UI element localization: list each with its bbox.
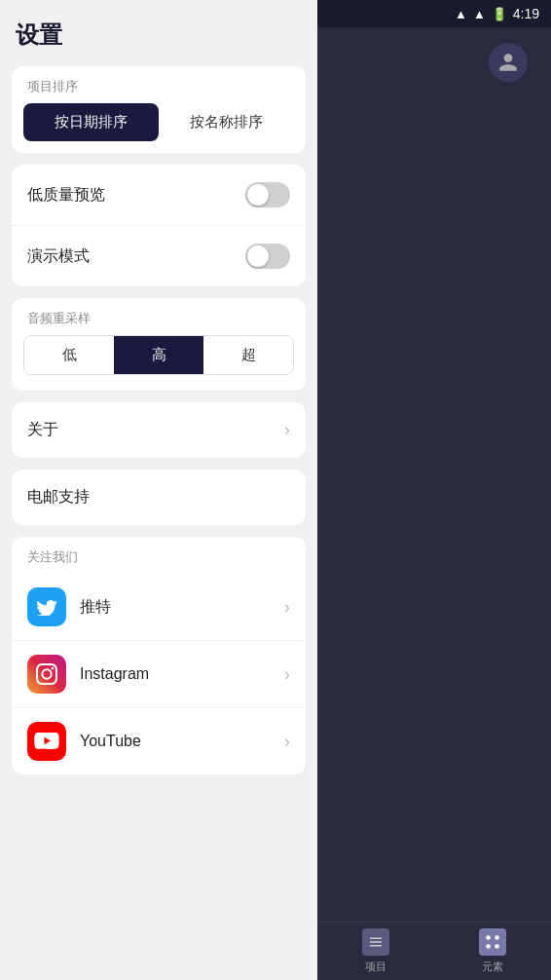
battery-icon: 🔋 (492, 7, 507, 21)
signal-icon: ▲ (473, 7, 486, 21)
twitter-icon (27, 587, 66, 626)
youtube-chevron-icon: › (284, 732, 290, 752)
low-quality-preview-label: 低质量预览 (27, 185, 105, 206)
instagram-follow-item[interactable]: Instagram › (12, 641, 306, 708)
youtube-follow-item[interactable]: YouTube › (12, 708, 306, 774)
right-panel: ▲ ▲ 🔋 4:19 (317, 0, 551, 980)
email-support-section: 电邮支持 (12, 470, 306, 525)
follow-us-label: 关注我们 (12, 537, 306, 574)
right-panel-status-bar: ▲ ▲ 🔋 4:19 (317, 0, 551, 27)
svg-point-2 (486, 944, 491, 949)
follow-us-section: 关注我们 推特 › Instagram › (12, 537, 306, 774)
profile-icon[interactable] (489, 43, 528, 82)
status-time: 4:19 (513, 6, 539, 21)
projects-label: 项目 (365, 960, 386, 974)
twitter-chevron-icon: › (284, 597, 290, 618)
right-panel-top-icons (317, 27, 551, 97)
sort-buttons-group: 按日期排序 按名称排序 (12, 103, 306, 153)
sort-section: 项目排序 按日期排序 按名称排序 (12, 66, 306, 153)
audio-ultra-button[interactable]: 超 (203, 336, 293, 374)
demo-mode-row: 演示模式 (12, 226, 306, 286)
low-quality-preview-row: 低质量预览 (12, 165, 306, 226)
sort-by-date-button[interactable]: 按日期排序 (23, 103, 159, 141)
low-quality-preview-toggle[interactable] (245, 182, 290, 207)
settings-panel: 设置 项目排序 按日期排序 按名称排序 低质量预览 演示模式 音频重采样 低 高… (0, 0, 317, 980)
youtube-name: YouTube (80, 733, 284, 750)
instagram-icon (27, 655, 66, 694)
audio-low-button[interactable]: 低 (24, 336, 114, 374)
email-support-label: 电邮支持 (27, 487, 90, 508)
projects-icon (362, 928, 389, 956)
audio-buttons-group: 低 高 超 (23, 335, 294, 375)
nav-elements[interactable]: 元素 (479, 928, 506, 974)
about-chevron-icon: › (284, 420, 290, 440)
about-label: 关于 (27, 420, 58, 440)
demo-mode-toggle[interactable] (245, 244, 290, 269)
about-section: 关于 › (12, 402, 306, 458)
audio-section: 音频重采样 低 高 超 (12, 298, 306, 391)
email-support-menu-item[interactable]: 电邮支持 (12, 470, 306, 525)
svg-point-3 (495, 944, 499, 949)
elements-icon (479, 928, 506, 956)
elements-label: 元素 (482, 960, 503, 974)
instagram-chevron-icon: › (284, 664, 290, 685)
right-panel-bottom-nav: 项目 元素 (317, 922, 551, 980)
wifi-icon: ▲ (455, 7, 467, 21)
about-menu-item[interactable]: 关于 › (12, 402, 306, 458)
page-title: 设置 (0, 0, 317, 66)
svg-point-0 (486, 935, 491, 940)
svg-point-1 (495, 935, 499, 940)
demo-mode-label: 演示模式 (27, 246, 90, 267)
nav-projects[interactable]: 项目 (362, 928, 389, 974)
sort-by-name-button[interactable]: 按名称排序 (159, 103, 294, 141)
sort-section-label: 项目排序 (12, 66, 306, 103)
youtube-icon (27, 722, 66, 761)
twitter-follow-item[interactable]: 推特 › (12, 574, 306, 641)
twitter-name: 推特 (80, 597, 284, 618)
audio-section-label: 音频重采样 (12, 298, 306, 335)
preview-section: 低质量预览 演示模式 (12, 165, 306, 286)
instagram-name: Instagram (80, 665, 284, 683)
audio-high-button[interactable]: 高 (114, 336, 203, 374)
